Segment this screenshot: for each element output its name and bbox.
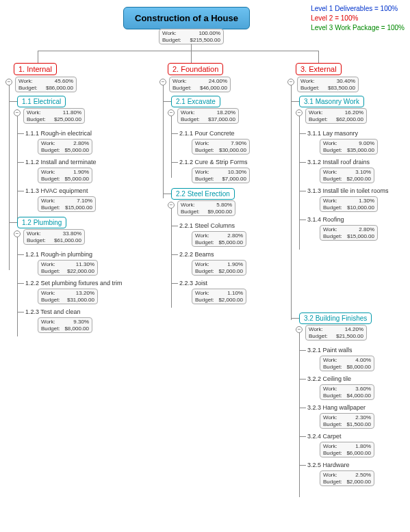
leaf-3-1-1[interactable]: 3.1.1 Lay masonry xyxy=(307,130,358,137)
info-3-1-2: Work:3.10% Budget:$2,000.00 xyxy=(320,168,374,183)
info-2-2-1: Work:2.80% Budget:$5,000.00 xyxy=(192,231,246,247)
collapse-icon[interactable]: − xyxy=(14,230,21,237)
info-3-2-3: Work:2.30% Budget:$1,500.00 xyxy=(320,413,374,429)
info-1-1-3: Work:7.10% Budget:$15,000.00 xyxy=(38,196,96,212)
leaf-2-2-2[interactable]: 2.2.2 Beams xyxy=(179,251,214,258)
node-1-internal[interactable]: 1. Internal xyxy=(14,63,57,75)
node-1-2-plumbing[interactable]: 1.2 Plumbing xyxy=(17,217,66,228)
collapse-icon[interactable]: − xyxy=(168,109,175,116)
info-1-2-2: Work:13.20% Budget:$31,000.00 xyxy=(38,289,98,304)
node-3-external[interactable]: 3. External xyxy=(296,63,342,75)
legend-l1: Level 1 Deliverables = 100% xyxy=(311,4,405,14)
root-info: Work:100.00% Budget:$215,500.00 xyxy=(159,29,224,44)
info-1: Work:45.60% Budget:$86,000.00 xyxy=(15,77,77,92)
leaf-1-1-3[interactable]: 1.1.3 HVAC equipment xyxy=(25,187,88,194)
node-1-1-electrical[interactable]: 1.1 Electrical xyxy=(17,96,66,107)
info-3-2-2: Work:3.60% Budget:$4,000.00 xyxy=(320,384,374,400)
collapse-icon[interactable]: − xyxy=(287,79,294,85)
info-2-1-2: Work:10.30% Budget:$7,000.00 xyxy=(192,168,250,183)
leaf-2-1-2[interactable]: 2.1.2 Cure & Strip Forms xyxy=(179,159,248,165)
legend-l2: Level 2 = 100% xyxy=(311,14,405,23)
collapse-icon[interactable]: − xyxy=(5,79,12,85)
wbs-diagram: Construction of a House Work:100.00% Bud… xyxy=(0,0,410,532)
info-1-1-1: Work:2.80% Budget:$5,000.00 xyxy=(38,139,92,155)
leaf-3-2-3[interactable]: 3.2.3 Hang wallpaper xyxy=(307,404,366,411)
info-2-1: Work:18.20% Budget:$37,000.00 xyxy=(177,108,239,124)
leaf-2-2-3[interactable]: 2.2.3 Joist xyxy=(179,280,207,287)
leaf-1-1-2[interactable]: 1.1.2 Install and terminate xyxy=(25,159,97,165)
node-3-2-finishes[interactable]: 3.2 Building Finishes xyxy=(299,312,372,324)
info-3-2: Work:14.20% Budget:$21,500.00 xyxy=(305,325,367,341)
leaf-1-2-2[interactable]: 1.2.2 Set plumbing fixtures and trim xyxy=(25,280,123,287)
leaf-3-2-2[interactable]: 3.2.2 Ceiling tile xyxy=(307,375,351,382)
node-3-1-masonry[interactable]: 3.1 Masonry Work xyxy=(299,96,364,107)
legend-l3: Level 3 Work Package = 100% xyxy=(311,23,405,33)
title-node: Construction of a House xyxy=(123,7,250,29)
leaf-1-2-3[interactable]: 1.2.3 Test and clean xyxy=(25,308,80,315)
info-3-1-3: Work:1.30% Budget:$10,000.00 xyxy=(320,196,378,212)
collapse-icon[interactable]: − xyxy=(296,326,303,333)
info-1-1: Work:11.80% Budget:$25,000.00 xyxy=(23,108,85,124)
leaf-3-1-4[interactable]: 3.1.4 Roofing xyxy=(307,216,344,223)
node-2-2-steel[interactable]: 2.2 Steel Erection xyxy=(171,188,235,200)
info-2-2: Work:5.80% Budget:$9,000.00 xyxy=(177,200,235,216)
leaf-1-1-1[interactable]: 1.1.1 Rough-in electrical xyxy=(25,130,92,137)
leaf-2-2-1[interactable]: 2.2.1 Steel Columns xyxy=(179,222,235,229)
title-text: Construction of a House xyxy=(135,13,238,23)
info-3-1: Work:16.20% Budget:$62,000.00 xyxy=(305,108,367,124)
collapse-icon[interactable]: − xyxy=(14,109,21,116)
leaf-3-1-2[interactable]: 3.1.2 Install roof drains xyxy=(307,159,370,165)
collapse-icon[interactable]: − xyxy=(159,79,166,85)
info-2-2-3: Work:1.10% Budget:$2,000.00 xyxy=(192,289,246,304)
info-3-2-5: Work:2.50% Budget:$2,000.00 xyxy=(320,470,374,486)
leaf-3-2-5[interactable]: 3.2.5 Hardware xyxy=(307,462,350,468)
info-2: Work:24.00% Budget:$46,000.00 xyxy=(169,77,231,92)
collapse-icon[interactable]: − xyxy=(296,109,303,116)
leaf-2-1-1[interactable]: 2.1.1 Pour Concrete xyxy=(179,130,235,137)
info-2-2-2: Work:1.90% Budget:$2,000.00 xyxy=(192,260,246,276)
leaf-3-2-1[interactable]: 3.2.1 Paint walls xyxy=(307,347,353,354)
info-1-2: Work:33.80% Budget:$61,000.00 xyxy=(23,229,85,245)
info-3-1-4: Work:2.80% Budget:$15,000.00 xyxy=(320,225,378,241)
leaf-3-1-3[interactable]: 3.1.3 Install tile in toilet rooms xyxy=(307,187,389,194)
info-2-1-1: Work:7.90% Budget:$30,000.00 xyxy=(192,139,250,155)
info-1-1-2: Work:1.90% Budget:$5,000.00 xyxy=(38,168,92,183)
leaf-3-2-4[interactable]: 3.2.4 Carpet xyxy=(307,433,342,440)
leaf-1-2-1[interactable]: 1.2.1 Rough-in plumbing xyxy=(25,251,92,258)
node-2-foundation[interactable]: 2. Foundation xyxy=(168,63,223,75)
info-3-1-1: Work:9.00% Budget:$35,000.00 xyxy=(320,139,378,155)
info-3-2-1: Work:4.00% Budget:$8,000.00 xyxy=(320,356,374,371)
info-1-2-3: Work:9.30% Budget:$8,000.00 xyxy=(38,317,92,333)
node-2-1-excavate[interactable]: 2.1 Excavate xyxy=(171,96,220,107)
info-3-2-4: Work:1.80% Budget:$6,000.00 xyxy=(320,442,374,457)
legend: Level 1 Deliverables = 100% Level 2 = 10… xyxy=(311,4,405,33)
collapse-icon[interactable]: − xyxy=(168,202,175,209)
info-3: Work:30.40% Budget:$83,500.00 xyxy=(297,77,359,92)
info-1-2-1: Work:11.30% Budget:$22,000.00 xyxy=(38,260,98,276)
